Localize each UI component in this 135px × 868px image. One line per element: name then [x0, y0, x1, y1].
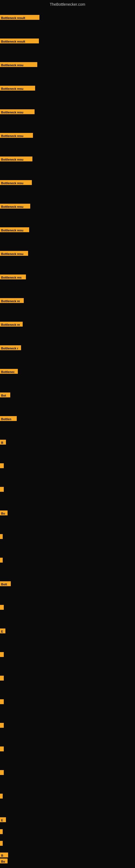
bar-item: Bot: [0, 393, 10, 397]
bar-label: B: [0, 440, 6, 444]
bar-label: Bottleneck resu: [0, 251, 28, 256]
bar-item: Bottleneck resu: [0, 251, 28, 256]
bar-item: Bottlenec: [0, 369, 18, 374]
bar-item: [0, 605, 4, 610]
bar-item: Bottleneck re: [0, 322, 23, 327]
bar-item: [0, 699, 4, 704]
bar-item: Bottleneck r: [0, 345, 21, 350]
bar-item: Bottleneck resu: [0, 86, 35, 91]
bar-label: Bottleneck result: [0, 15, 39, 20]
bar-label: [0, 699, 4, 704]
bar-item: Bottleneck re: [0, 298, 24, 303]
bar-label: Bottleneck re: [0, 298, 24, 303]
bar-label: Bottleneck resu: [0, 86, 35, 91]
bar-item: B: [0, 440, 6, 444]
bar-item: [0, 558, 3, 563]
bar-label: Bott: [0, 581, 11, 586]
bar-item: Bottleneck resu: [0, 227, 29, 232]
bar-item: Bottleneck resu: [0, 109, 35, 114]
chart-area: TheBottlenecker.com Bottleneck resultBot…: [0, 0, 135, 868]
bar-label: [0, 770, 4, 775]
bar-label: [0, 841, 3, 846]
bar-label: Bottleneck resu: [0, 133, 33, 138]
bar-label: Bo: [0, 859, 8, 863]
bar-item: Bo: [0, 510, 8, 516]
bar-item: E: [0, 817, 6, 822]
bar-label: [0, 829, 3, 834]
bar-item: B: [0, 852, 8, 858]
bar-label: [0, 534, 3, 539]
bar-label: Bot: [0, 393, 10, 397]
bar-item: [0, 770, 4, 775]
bar-item: E: [0, 628, 5, 633]
bar-label: [0, 558, 3, 563]
bar-item: [0, 794, 3, 799]
bar-item: Bottleneck resu: [0, 133, 33, 138]
bar-label: [0, 746, 4, 751]
bar-item: Bottleneck resu: [0, 180, 32, 185]
bar-item: [0, 746, 4, 751]
bar-item: [0, 487, 4, 492]
bar-item: Bottleneck res: [0, 275, 26, 279]
bar-label: Bottleneck resu: [0, 109, 35, 114]
bar-item: [0, 652, 4, 657]
bar-item: [0, 829, 3, 834]
bar-item: Bottlen: [0, 416, 17, 421]
bar-label: E: [0, 817, 6, 822]
bar-label: [0, 676, 4, 681]
bar-label: Bottleneck resu: [0, 204, 30, 209]
bar-label: [0, 463, 4, 468]
bar-item: [0, 534, 3, 539]
bar-label: Bottleneck resu: [0, 156, 32, 161]
bar-item: Bo: [0, 859, 8, 863]
bar-label: [0, 794, 3, 799]
bar-label: Bottleneck resu: [0, 180, 32, 185]
bar-label: Bottlen: [0, 416, 17, 421]
bar-label: Bottleneck r: [0, 345, 21, 350]
bar-item: [0, 676, 4, 681]
site-title: TheBottlenecker.com: [0, 0, 135, 8]
bar-label: Bottleneck res: [0, 275, 26, 279]
bar-item: Bottleneck resu: [0, 204, 30, 209]
bar-item: Bottleneck resu: [0, 62, 37, 67]
bar-label: Bottleneck result: [0, 38, 39, 43]
bar-label: [0, 652, 4, 657]
bar-item: [0, 463, 4, 468]
bar-label: [0, 605, 4, 610]
bar-item: Bott: [0, 581, 11, 586]
bar-label: Bottleneck re: [0, 322, 23, 327]
bar-label: Bottleneck resu: [0, 227, 29, 232]
bar-label: Bottleneck resu: [0, 62, 37, 67]
bar-label: E: [0, 628, 5, 633]
bar-item: [0, 723, 4, 728]
bar-label: Bo: [0, 510, 8, 516]
bar-label: [0, 487, 4, 492]
bar-item: Bottleneck result: [0, 15, 39, 20]
bar-item: Bottleneck resu: [0, 156, 32, 161]
bar-label: B: [0, 852, 8, 858]
bar-item: [0, 841, 3, 846]
bar-label: Bottlenec: [0, 369, 18, 374]
bar-label: [0, 723, 4, 728]
bar-item: Bottleneck result: [0, 38, 39, 43]
